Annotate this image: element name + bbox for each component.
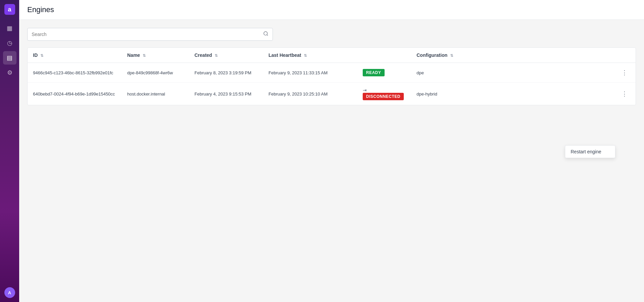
table-row: 9466c945-c123-46bc-8615-32fb992e01fc dpe…	[28, 63, 636, 83]
col-header-created[interactable]: Created ⇅	[189, 48, 263, 63]
engines-table: ID ⇅ Name ⇅ Created ⇅ Last Heartbeat	[28, 48, 636, 105]
col-header-status	[357, 48, 411, 63]
engine-heartbeat: February 9, 2023 11:33:15 AM	[263, 63, 357, 83]
page-header: Engines	[19, 0, 644, 20]
svg-line-1	[267, 35, 268, 36]
engine-status-cell: ⇥ DISCONNECTED	[357, 83, 411, 105]
app-logo[interactable]: a	[4, 4, 15, 15]
sort-icon-config: ⇅	[450, 53, 453, 58]
engine-actions-cell: ⋮	[613, 83, 636, 105]
sort-icon-id: ⇅	[40, 53, 43, 58]
restart-engine-menu-item[interactable]: Restart engine	[565, 146, 615, 158]
search-input[interactable]	[32, 32, 263, 37]
page-title: Engines	[27, 5, 636, 14]
engine-config: dpe-hybrid	[411, 83, 613, 105]
search-icon[interactable]	[263, 31, 269, 38]
engine-id: 640bebd7-0024-4f94-b69e-1d99e15450cc	[28, 83, 122, 105]
col-header-name[interactable]: Name ⇅	[122, 48, 189, 63]
engine-heartbeat: February 9, 2023 10:25:10 AM	[263, 83, 357, 105]
sort-icon-heartbeat: ⇅	[304, 53, 307, 58]
sort-icon-created: ⇅	[215, 53, 218, 58]
table-header-row: ID ⇅ Name ⇅ Created ⇅ Last Heartbeat	[28, 48, 636, 63]
status-badge: DISCONNECTED	[363, 93, 404, 100]
row-actions-button[interactable]: ⋮	[619, 68, 630, 78]
hybrid-icon: ⇥	[363, 87, 367, 93]
col-header-heartbeat[interactable]: Last Heartbeat ⇅	[263, 48, 357, 63]
sidebar-nav: ▦ ◷ ▤ ⚙	[3, 22, 16, 287]
col-header-config[interactable]: Configuration ⇅	[411, 48, 613, 63]
engine-name: host.docker.internal	[122, 83, 189, 105]
sidebar-item-dashboard[interactable]: ▦	[3, 22, 16, 35]
engine-name: dpe-849c99868f-4wr6w	[122, 63, 189, 83]
engines-icon: ▤	[7, 54, 12, 62]
search-bar	[27, 28, 273, 41]
table-row: 640bebd7-0024-4f94-b69e-1d99e15450cc hos…	[28, 83, 636, 105]
dashboard-icon: ▦	[7, 25, 12, 32]
sidebar: a ▦ ◷ ▤ ⚙ A	[0, 0, 19, 302]
sidebar-item-settings[interactable]: ⚙	[3, 66, 16, 79]
settings-icon: ⚙	[7, 69, 12, 76]
context-menu: Restart engine	[565, 145, 615, 158]
sidebar-item-engines[interactable]: ▤	[3, 51, 16, 65]
row-actions-button[interactable]: ⋮	[619, 89, 630, 99]
col-header-id[interactable]: ID ⇅	[28, 48, 122, 63]
main-content: Engines ID ⇅	[19, 0, 644, 302]
user-avatar[interactable]: A	[4, 287, 15, 298]
status-badge: READY	[363, 69, 385, 76]
sidebar-item-history[interactable]: ◷	[3, 36, 16, 50]
engine-id: 9466c945-c123-46bc-8615-32fb992e01fc	[28, 63, 122, 83]
sort-icon-name: ⇅	[143, 53, 146, 58]
engine-created: February 8, 2023 3:19:59 PM	[189, 63, 263, 83]
engine-config: dpe	[411, 63, 613, 83]
engines-table-container: ID ⇅ Name ⇅ Created ⇅ Last Heartbeat	[27, 47, 636, 105]
engine-actions-cell: ⋮	[613, 63, 636, 83]
history-icon: ◷	[7, 39, 12, 47]
engine-status-cell: READY	[357, 63, 411, 83]
content-area: ID ⇅ Name ⇅ Created ⇅ Last Heartbeat	[19, 20, 644, 302]
engine-created: February 4, 2023 9:15:53 PM	[189, 83, 263, 105]
svg-point-0	[264, 32, 267, 35]
col-header-actions	[613, 48, 636, 63]
